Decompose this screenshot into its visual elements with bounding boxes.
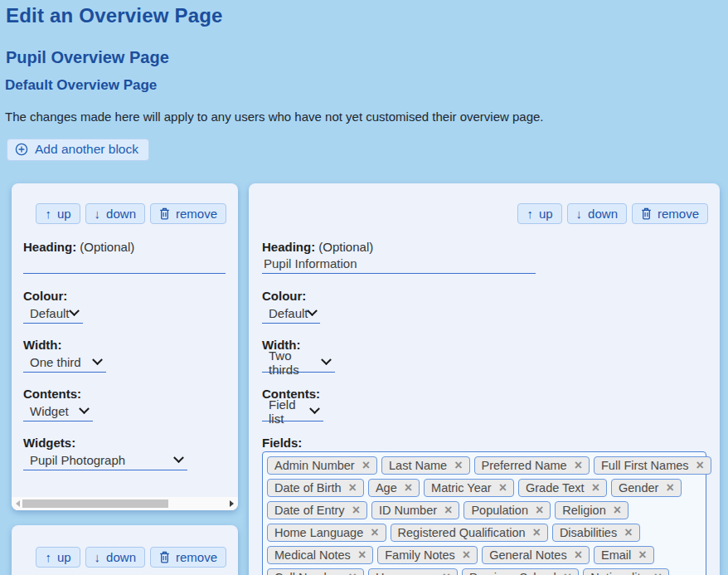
remove-block-button[interactable]: remove	[150, 547, 226, 568]
contents-select-value: Widget	[30, 404, 69, 418]
remove-field-icon[interactable]: ×	[536, 504, 543, 517]
move-down-button[interactable]: ↓ down	[85, 547, 145, 568]
section-title: Default Overview Page	[5, 77, 157, 94]
field-chip: Disabilities×	[552, 524, 640, 542]
field-chip: Home Language×	[267, 524, 386, 542]
field-chip-label: Population	[471, 504, 528, 517]
remove-field-icon[interactable]: ×	[666, 481, 673, 495]
widgets-select[interactable]: Pupil Photograph	[23, 452, 187, 470]
arrow-down-icon: ↓	[95, 207, 101, 220]
arrow-up-icon: ↑	[45, 551, 51, 563]
move-up-button[interactable]: ↑ up	[517, 203, 561, 224]
field-chip: Gender×	[611, 479, 682, 497]
remove-field-icon[interactable]: ×	[358, 548, 366, 562]
remove-field-icon[interactable]: ×	[463, 548, 470, 562]
contents-select[interactable]: Field list	[262, 403, 323, 422]
chevron-down-icon	[92, 354, 103, 365]
remove-field-icon[interactable]: ×	[575, 459, 582, 472]
field-chip-row: Medical Notes×Family Notes×General Notes…	[267, 546, 701, 564]
field-chip: ID Number×	[371, 501, 459, 519]
arrow-down-icon: ↓	[95, 551, 101, 563]
field-chip: Family Notes×	[377, 546, 478, 564]
block-card-1: ↑ up ↓ down remove Headi	[12, 183, 238, 510]
field-chip-label: Medical Notes	[274, 548, 351, 562]
widgets-select-value: Pupil Photograph	[30, 453, 125, 467]
remove-field-icon[interactable]: ×	[575, 548, 582, 562]
contents-label: Contents:	[262, 387, 708, 401]
remove-field-icon[interactable]: ×	[443, 571, 450, 575]
remove-field-icon[interactable]: ×	[624, 526, 632, 539]
add-another-block-button[interactable]: Add another block	[7, 139, 149, 161]
remove-field-icon[interactable]: ×	[371, 526, 378, 539]
field-chip: Age×	[368, 479, 420, 497]
remove-block-button[interactable]: remove	[150, 203, 226, 224]
colour-select[interactable]: Default	[262, 305, 320, 324]
heading-input[interactable]: Pupil Information	[262, 256, 536, 274]
width-select-value: One third	[30, 355, 81, 369]
remove-field-icon[interactable]: ×	[564, 571, 571, 575]
field-chip-label: General Notes	[489, 548, 567, 562]
description-text: The changes made here will apply to any …	[5, 110, 544, 124]
field-chip-label: Gender	[619, 481, 658, 495]
field-chip-label: Family Notes	[385, 548, 455, 562]
field-chip-label: Date of Birth	[274, 481, 342, 495]
chevron-down-icon	[69, 305, 80, 316]
width-select[interactable]: One third	[23, 354, 106, 373]
field-chip: Grade Text×	[518, 479, 607, 497]
field-chip-label: Registered Qualification	[398, 526, 526, 539]
horizontal-scrollbar[interactable]	[12, 497, 238, 510]
remove-field-icon[interactable]: ×	[362, 459, 370, 472]
remove-field-icon[interactable]: ×	[614, 504, 621, 517]
field-chip: Last Name×	[381, 456, 469, 475]
heading-label: Heading: (Optional)	[23, 240, 226, 254]
remove-field-icon[interactable]: ×	[638, 548, 646, 562]
remove-field-icon[interactable]: ×	[454, 459, 462, 472]
field-chip-label: Last Name	[389, 459, 447, 472]
move-down-button[interactable]: ↓ down	[567, 203, 627, 224]
colour-select[interactable]: Default	[23, 305, 83, 324]
colour-select-value: Default	[269, 306, 308, 320]
chevron-down-icon	[79, 403, 90, 414]
contents-select[interactable]: Widget	[23, 403, 93, 422]
chevron-down-icon	[321, 354, 332, 365]
heading-label-text: Heading:	[23, 240, 76, 254]
remove-field-icon[interactable]: ×	[349, 481, 357, 495]
page-title: Edit an Overview Page	[6, 4, 223, 27]
remove-field-icon[interactable]: ×	[405, 481, 412, 495]
move-up-button[interactable]: ↑ up	[36, 203, 80, 224]
field-chip: Preferred Name×	[474, 456, 590, 475]
contents-select-value: Field list	[269, 397, 311, 426]
remove-field-icon[interactable]: ×	[533, 526, 541, 539]
width-select[interactable]: Two thirds	[262, 354, 335, 373]
field-chip-label: Cell Number	[274, 571, 342, 575]
remove-label: remove	[176, 207, 217, 221]
arrow-down-icon: ↓	[576, 207, 583, 220]
field-chip: Population×	[463, 501, 551, 519]
remove-field-icon[interactable]: ×	[499, 481, 507, 495]
field-chips[interactable]: Admin Number×Last Name×Preferred Name×Fu…	[262, 451, 706, 575]
remove-block-button[interactable]: remove	[632, 203, 708, 224]
remove-field-icon[interactable]: ×	[352, 504, 360, 517]
remove-field-icon[interactable]: ×	[696, 459, 704, 472]
move-up-label: up	[57, 550, 71, 564]
move-up-button[interactable]: ↑ up	[36, 547, 80, 568]
field-chip: Matric Year×	[424, 479, 514, 497]
remove-field-icon[interactable]: ×	[654, 571, 662, 575]
add-another-block-label: Add another block	[35, 142, 138, 157]
remove-field-icon[interactable]: ×	[444, 504, 452, 517]
scrollbar-thumb[interactable]	[22, 499, 168, 508]
field-chip: Religion×	[555, 501, 629, 519]
chevron-down-icon	[173, 452, 184, 463]
scroll-left-icon[interactable]	[16, 500, 20, 507]
move-down-button[interactable]: ↓ down	[85, 203, 145, 224]
remove-field-icon[interactable]: ×	[349, 571, 357, 575]
field-chip-label: Grade Text	[526, 481, 585, 495]
field-chip: Medical Notes×	[267, 546, 373, 564]
remove-label: remove	[658, 207, 699, 221]
heading-input[interactable]	[23, 256, 226, 274]
remove-field-icon[interactable]: ×	[592, 481, 599, 495]
field-chip-label: Matric Year	[431, 481, 492, 495]
scroll-right-icon[interactable]	[230, 500, 234, 507]
colour-label: Colour:	[262, 289, 708, 303]
field-chip: Nationality×	[583, 568, 669, 575]
